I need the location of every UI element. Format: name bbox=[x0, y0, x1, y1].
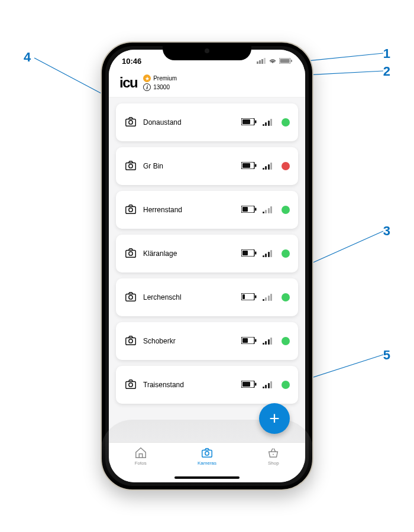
star-icon bbox=[143, 74, 151, 82]
svg-point-8 bbox=[129, 120, 132, 124]
tab-shop[interactable]: Shop bbox=[267, 446, 280, 466]
home-icon bbox=[134, 446, 147, 459]
notch bbox=[163, 43, 251, 60]
svg-rect-21 bbox=[255, 207, 257, 210]
svg-rect-11 bbox=[255, 120, 257, 123]
signal-icon bbox=[263, 381, 273, 388]
camera-icon bbox=[124, 334, 137, 349]
signal-icon bbox=[263, 338, 273, 345]
camera-icon bbox=[124, 290, 137, 305]
basket-icon bbox=[267, 446, 280, 459]
camera-name: Lerchenschl bbox=[143, 293, 235, 301]
tab-kameras[interactable]: Kameras bbox=[198, 446, 216, 466]
info-icon: i bbox=[143, 83, 151, 91]
svg-point-38 bbox=[129, 382, 132, 386]
status-dot bbox=[282, 118, 290, 126]
brand-logo: icu bbox=[119, 74, 137, 91]
camera-name: Schoberkr bbox=[143, 337, 235, 345]
svg-point-44 bbox=[273, 454, 274, 455]
camera-icon bbox=[124, 246, 137, 261]
tab-shop-label: Shop bbox=[268, 460, 279, 466]
camera-name: Traisenstand bbox=[143, 381, 235, 389]
signal-icon bbox=[263, 163, 273, 170]
svg-rect-26 bbox=[255, 251, 257, 254]
camera-icon bbox=[124, 203, 137, 218]
battery-icon bbox=[241, 293, 257, 302]
svg-rect-31 bbox=[255, 295, 257, 298]
svg-point-13 bbox=[129, 164, 132, 167]
battery-icon bbox=[241, 249, 257, 258]
callout-5: 5 bbox=[383, 348, 390, 363]
screen: 10:46 bbox=[109, 50, 305, 482]
svg-rect-16 bbox=[255, 164, 257, 167]
camera-icon bbox=[124, 159, 137, 174]
camera-list: Donaustand Gr Bin Herrenstand Klära bbox=[109, 98, 305, 451]
status-dot bbox=[282, 293, 290, 301]
svg-rect-1 bbox=[259, 60, 261, 64]
svg-rect-5 bbox=[280, 59, 290, 63]
svg-rect-30 bbox=[242, 294, 245, 299]
status-dot bbox=[282, 381, 290, 389]
battery-icon bbox=[241, 206, 257, 215]
svg-rect-10 bbox=[242, 119, 250, 124]
svg-rect-20 bbox=[242, 207, 248, 212]
svg-rect-40 bbox=[242, 382, 250, 387]
svg-rect-3 bbox=[264, 58, 266, 64]
svg-rect-15 bbox=[242, 163, 250, 168]
battery-icon bbox=[241, 337, 257, 346]
tab-fotos[interactable]: Fotos bbox=[134, 446, 147, 466]
svg-point-18 bbox=[129, 207, 132, 211]
callout-3: 3 bbox=[383, 223, 390, 239]
camera-card[interactable]: Traisenstand bbox=[116, 366, 298, 404]
camera-card[interactable]: Lerchenschl bbox=[116, 278, 298, 316]
camera-icon bbox=[200, 446, 214, 459]
premium-label: Premium bbox=[153, 75, 177, 82]
status-dot bbox=[282, 337, 290, 345]
callout-4: 4 bbox=[24, 50, 31, 65]
add-camera-button[interactable]: + bbox=[259, 403, 290, 434]
camera-card[interactable]: Herrenstand bbox=[116, 191, 298, 229]
svg-rect-6 bbox=[291, 60, 292, 62]
credits-value: 13000 bbox=[153, 84, 170, 90]
signal-icon bbox=[263, 294, 273, 301]
status-dot bbox=[282, 249, 290, 258]
camera-card[interactable]: Gr Bin bbox=[116, 147, 298, 185]
signal-icon bbox=[263, 119, 273, 126]
svg-point-28 bbox=[129, 295, 132, 299]
credits-row[interactable]: i 13000 bbox=[143, 83, 177, 91]
svg-rect-2 bbox=[261, 59, 263, 64]
cellular-icon bbox=[257, 58, 266, 64]
phone-frame: 10:46 bbox=[101, 41, 313, 491]
camera-name: Gr Bin bbox=[143, 162, 235, 170]
wifi-icon bbox=[269, 58, 277, 64]
premium-row[interactable]: Premium bbox=[143, 74, 177, 82]
status-dot bbox=[282, 162, 290, 170]
camera-name: Kläranlage bbox=[143, 249, 235, 258]
svg-rect-36 bbox=[255, 339, 257, 342]
svg-point-23 bbox=[129, 251, 132, 255]
camera-icon bbox=[124, 378, 137, 392]
camera-icon bbox=[124, 115, 137, 130]
tab-kameras-label: Kameras bbox=[198, 460, 216, 466]
callout-1: 1 bbox=[383, 46, 390, 61]
svg-rect-0 bbox=[257, 61, 258, 64]
battery-icon bbox=[241, 118, 257, 127]
camera-card[interactable]: Donaustand bbox=[116, 103, 298, 141]
svg-point-43 bbox=[205, 452, 209, 455]
callout-2: 2 bbox=[383, 64, 390, 79]
svg-rect-41 bbox=[255, 382, 257, 385]
camera-card[interactable]: Kläranlage bbox=[116, 235, 298, 273]
tab-fotos-label: Fotos bbox=[135, 460, 147, 466]
app-header: icu Premium i 13000 bbox=[109, 72, 305, 98]
svg-rect-35 bbox=[242, 338, 248, 343]
status-time: 10:46 bbox=[122, 57, 141, 66]
camera-card[interactable]: Schoberkr bbox=[116, 322, 298, 360]
battery-status-icon bbox=[279, 58, 292, 64]
camera-name: Donaustand bbox=[143, 118, 235, 126]
camera-name: Herrenstand bbox=[143, 206, 235, 214]
svg-point-33 bbox=[129, 339, 132, 342]
svg-rect-25 bbox=[242, 251, 248, 255]
signal-icon bbox=[263, 206, 273, 213]
battery-icon bbox=[241, 381, 257, 390]
status-dot bbox=[282, 206, 290, 214]
